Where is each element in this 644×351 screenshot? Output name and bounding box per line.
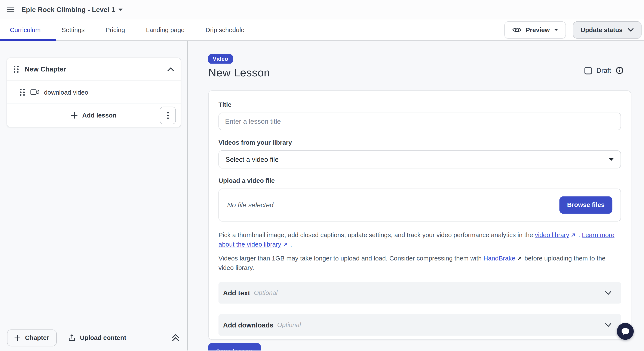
help-text: . bbox=[576, 231, 582, 238]
collapse-chapter-button[interactable] bbox=[167, 67, 174, 71]
drag-handle-icon[interactable] bbox=[20, 88, 25, 96]
optional-label: Optional bbox=[277, 321, 301, 329]
course-title: Epic Rock Climbing - Level 1 bbox=[22, 6, 115, 13]
chevron-down-icon bbox=[628, 28, 634, 32]
curriculum-sidebar: New Chapter bbox=[0, 41, 188, 350]
help-text: Pick a thumbnail image, add closed capti… bbox=[218, 231, 535, 238]
draft-label: Draft bbox=[596, 66, 611, 74]
video-library-link[interactable]: video library bbox=[535, 231, 569, 238]
chapter-card: New Chapter bbox=[7, 58, 181, 127]
lesson-type-badge: Video bbox=[208, 54, 232, 64]
page-title: New Lesson bbox=[208, 66, 632, 80]
header-actions: Preview Update status bbox=[504, 21, 644, 38]
chevron-down-icon bbox=[605, 291, 612, 295]
lesson-title: download video bbox=[44, 88, 88, 96]
file-upload-dropzone: No file selected Browse files bbox=[218, 188, 621, 222]
video-camera-icon bbox=[30, 89, 39, 96]
preview-label: Preview bbox=[526, 26, 550, 34]
draft-toggle-area: Draft bbox=[584, 66, 624, 74]
tab-bar: Curriculum Settings Pricing Landing page… bbox=[0, 19, 644, 41]
sidebar-footer: Chapter Upload content bbox=[0, 325, 186, 350]
course-switcher[interactable]: Epic Rock Climbing - Level 1 bbox=[22, 6, 123, 13]
upload-content-button[interactable]: Upload content bbox=[68, 334, 126, 342]
tab-drip-schedule[interactable]: Drip schedule bbox=[206, 26, 244, 34]
help-text: . bbox=[288, 241, 292, 248]
chapter-options-button[interactable] bbox=[160, 106, 176, 124]
plus-icon bbox=[71, 112, 78, 119]
handbrake-link[interactable]: HandBrake bbox=[484, 255, 516, 262]
add-text-accordion[interactable]: Add text Optional bbox=[218, 282, 621, 304]
add-downloads-label: Add downloads bbox=[223, 321, 274, 329]
active-tab-underline bbox=[0, 39, 56, 41]
video-library-select[interactable]: Select a video file bbox=[218, 150, 621, 168]
add-lesson-label: Add lesson bbox=[82, 112, 116, 119]
top-bar: Epic Rock Climbing - Level 1 bbox=[0, 0, 644, 19]
add-downloads-accordion[interactable]: Add downloads Optional bbox=[218, 314, 621, 336]
plus-icon bbox=[14, 335, 20, 341]
chat-widget-button[interactable] bbox=[617, 323, 634, 340]
upload-icon bbox=[68, 334, 76, 342]
add-chapter-button[interactable]: Chapter bbox=[7, 330, 56, 346]
chat-icon bbox=[621, 327, 630, 336]
add-chapter-label: Chapter bbox=[25, 334, 49, 342]
chevron-down-icon bbox=[605, 323, 612, 327]
external-link-icon bbox=[517, 256, 522, 261]
app-window: Epic Rock Climbing - Level 1 Curriculum … bbox=[0, 0, 644, 351]
external-link-icon bbox=[571, 233, 575, 237]
chapter-header: New Chapter bbox=[7, 58, 181, 81]
chapter-title: New Chapter bbox=[24, 65, 66, 73]
external-link-icon bbox=[283, 242, 287, 247]
browse-files-button[interactable]: Browse files bbox=[559, 196, 612, 214]
title-field-label: Title bbox=[218, 101, 621, 108]
hamburger-menu-icon[interactable] bbox=[7, 7, 14, 12]
upload-content-label: Upload content bbox=[80, 334, 126, 342]
tabs: Curriculum Settings Pricing Landing page… bbox=[0, 26, 244, 34]
add-text-label: Add text bbox=[223, 289, 250, 297]
update-status-label: Update status bbox=[580, 26, 622, 34]
upload-field-label: Upload a video file bbox=[218, 177, 621, 184]
lesson-form-card: Title Videos from your library Select a … bbox=[208, 90, 631, 340]
optional-label: Optional bbox=[254, 289, 278, 297]
no-file-text: No file selected bbox=[227, 201, 274, 209]
help-text: Videos larger than 1GB may take longer t… bbox=[218, 255, 483, 262]
save-lesson-button[interactable]: Save lesson bbox=[208, 343, 260, 350]
lesson-editor: Video New Lesson Draft Title Videos fr bbox=[188, 41, 644, 350]
tab-pricing[interactable]: Pricing bbox=[106, 26, 125, 34]
tab-settings[interactable]: Settings bbox=[62, 26, 85, 34]
caret-down-icon bbox=[118, 8, 123, 11]
lesson-title-input[interactable] bbox=[218, 112, 621, 130]
content-area: New Chapter bbox=[0, 41, 644, 350]
caret-down-icon bbox=[609, 158, 614, 161]
add-lesson-button[interactable]: Add lesson bbox=[71, 112, 116, 119]
video-library-select-value: Select a video file bbox=[226, 156, 278, 163]
eye-icon bbox=[512, 27, 522, 33]
lesson-item[interactable]: download video bbox=[7, 80, 181, 103]
add-lesson-row: Add lesson bbox=[7, 104, 181, 127]
caret-down-icon bbox=[554, 28, 558, 31]
draft-checkbox[interactable] bbox=[584, 67, 592, 74]
collapse-all-icon[interactable] bbox=[172, 334, 179, 342]
info-icon[interactable] bbox=[616, 66, 624, 74]
library-field-label: Videos from your library bbox=[218, 139, 621, 146]
compression-help-text: Videos larger than 1GB may take longer t… bbox=[218, 254, 621, 272]
kebab-icon bbox=[167, 112, 168, 119]
tab-landing-page[interactable]: Landing page bbox=[146, 26, 184, 34]
update-status-button[interactable]: Update status bbox=[573, 21, 642, 38]
preview-button[interactable]: Preview bbox=[504, 21, 566, 38]
tab-curriculum[interactable]: Curriculum bbox=[10, 26, 41, 34]
drag-handle-icon[interactable] bbox=[14, 65, 19, 73]
video-library-help-text: Pick a thumbnail image, add closed capti… bbox=[218, 230, 621, 249]
